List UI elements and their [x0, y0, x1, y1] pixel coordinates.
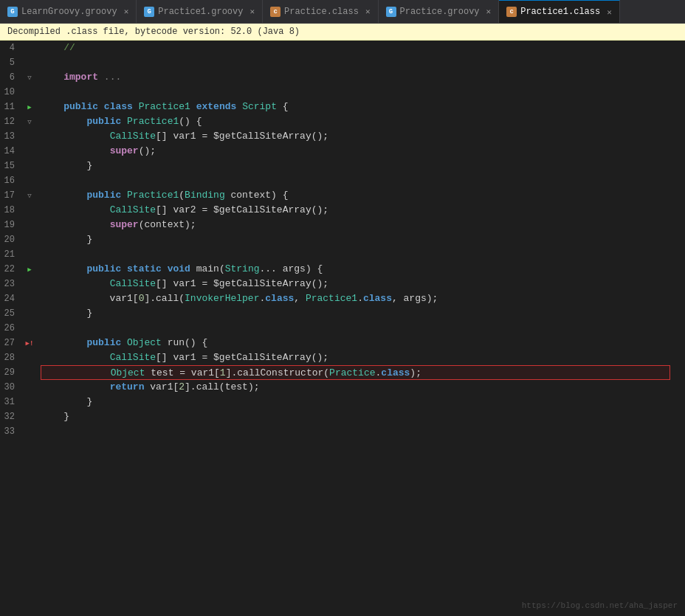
code-line: public Practice1(Binding context) {	[41, 188, 685, 203]
line-marker	[22, 173, 37, 188]
line-number: 28	[0, 350, 18, 365]
tab-close-button[interactable]: ✕	[607, 7, 612, 17]
code-content: // import ... public class Practice1 ext…	[37, 41, 685, 614]
class-file-icon: c	[506, 7, 517, 17]
code-line: }	[41, 232, 685, 247]
code-line	[41, 424, 685, 439]
tab-practice1-groovy[interactable]: G Practice1.groovy ✕	[137, 0, 263, 23]
run-marker-icon: ▶	[27, 103, 31, 111]
line-marker	[22, 203, 37, 218]
line-marker	[22, 424, 37, 439]
line-marker: ▶	[22, 100, 37, 114]
code-line: }	[41, 306, 685, 321]
code-line: return var1[2].call(test);	[41, 380, 685, 395]
editor-main: 4561011121314151617181920212223242526272…	[0, 41, 685, 614]
code-line: public Practice1() {	[41, 114, 685, 129]
line-markers: ▽▶▽▽▶▶!	[22, 41, 37, 614]
line-marker: ▽	[22, 114, 37, 129]
fold-marker-icon: ▽	[27, 192, 31, 200]
code-line	[41, 55, 685, 70]
class-file-icon: c	[270, 7, 280, 17]
line-number: 16	[0, 173, 18, 188]
line-marker: ▽	[22, 188, 37, 203]
tab-label: Practice.groovy	[400, 7, 480, 17]
line-marker	[22, 306, 37, 321]
info-bar: Decompiled .class file, bytecode version…	[0, 24, 685, 41]
line-marker	[22, 350, 37, 365]
groovy-file-icon: G	[7, 7, 18, 17]
code-line: CallSite[] var1 = $getCallSiteArray();	[41, 277, 685, 291]
line-number: 32	[0, 409, 18, 424]
line-number: 18	[0, 203, 18, 218]
line-number: 5	[0, 55, 18, 70]
line-number: 11	[0, 100, 18, 114]
line-number: 10	[0, 85, 18, 100]
code-line: public static void main(String... args) …	[41, 262, 685, 277]
line-number: 15	[0, 159, 18, 173]
tab-bar: G LearnGroovy.groovy ✕ G Practice1.groov…	[0, 0, 685, 24]
line-marker	[22, 380, 37, 395]
tab-close-button[interactable]: ✕	[249, 7, 255, 16]
line-number: 13	[0, 129, 18, 144]
editor-area: 4561011121314151617181920212223242526272…	[0, 41, 685, 614]
code-line: var1[0].call(InvokerHelper.class, Practi…	[41, 291, 685, 306]
line-number: 14	[0, 144, 18, 159]
code-line	[41, 173, 685, 188]
code-line: super();	[41, 144, 685, 159]
run-red-marker-icon: ▶!	[26, 339, 34, 347]
line-number: 19	[0, 218, 18, 232]
info-bar-text: Decompiled .class file, bytecode version…	[7, 27, 300, 37]
code-line: CallSite[] var1 = $getCallSiteArray();	[41, 350, 685, 365]
tab-practice-groovy[interactable]: G Practice.groovy ✕	[379, 0, 500, 23]
groovy-file-icon: G	[144, 7, 154, 17]
code-line: CallSite[] var1 = $getCallSiteArray();	[41, 129, 685, 144]
line-number: 12	[0, 114, 18, 129]
line-marker: ▶	[22, 262, 37, 277]
line-number: 21	[0, 247, 18, 262]
tab-label: Practice1.class	[520, 7, 600, 17]
tab-practice-class[interactable]: c Practice.class ✕	[263, 0, 378, 23]
code-line: Object test = var1[1].callConstructor(Pr…	[41, 365, 670, 380]
code-line: }	[41, 159, 685, 173]
code-line: super(context);	[41, 218, 685, 232]
fold-marker-icon: ▽	[27, 118, 31, 126]
line-number: 6	[0, 70, 18, 85]
watermark: https://blog.csdn.net/aha_jasper	[522, 601, 678, 610]
tab-label: Practice1.groovy	[158, 7, 243, 17]
line-marker	[22, 365, 37, 380]
line-marker	[22, 277, 37, 291]
line-marker: ▶!	[22, 336, 37, 350]
line-marker	[22, 144, 37, 159]
line-marker	[22, 218, 37, 232]
line-number: 22	[0, 262, 18, 277]
tab-close-button[interactable]: ✕	[124, 7, 129, 16]
line-number: 33	[0, 424, 18, 439]
line-number: 27	[0, 336, 18, 350]
tab-close-button[interactable]: ✕	[486, 7, 492, 16]
code-line	[41, 247, 685, 262]
line-marker	[22, 409, 37, 424]
tab-close-button[interactable]: ✕	[365, 7, 371, 16]
tab-practice1-class[interactable]: c Practice1.class ✕	[499, 0, 620, 23]
line-number: 4	[0, 41, 18, 55]
line-marker	[22, 41, 37, 55]
line-marker	[22, 85, 37, 100]
tab-learn-groovy[interactable]: G LearnGroovy.groovy ✕	[0, 0, 137, 23]
code-line: }	[41, 409, 685, 424]
line-marker	[22, 395, 37, 409]
line-number: 17	[0, 188, 18, 203]
line-marker	[22, 232, 37, 247]
line-marker	[22, 159, 37, 173]
line-number: 26	[0, 321, 18, 336]
run-marker-icon: ▶	[27, 266, 31, 274]
code-line: public class Practice1 extends Script {	[41, 100, 685, 114]
code-line: }	[41, 395, 685, 409]
line-number: 29	[0, 365, 18, 380]
line-marker: ▽	[22, 70, 37, 85]
line-number: 23	[0, 277, 18, 291]
groovy-file-icon: G	[386, 7, 396, 17]
tab-label: LearnGroovy.groovy	[21, 7, 117, 17]
tab-label: Practice.class	[284, 7, 359, 17]
line-number: 24	[0, 291, 18, 306]
line-marker	[22, 129, 37, 144]
